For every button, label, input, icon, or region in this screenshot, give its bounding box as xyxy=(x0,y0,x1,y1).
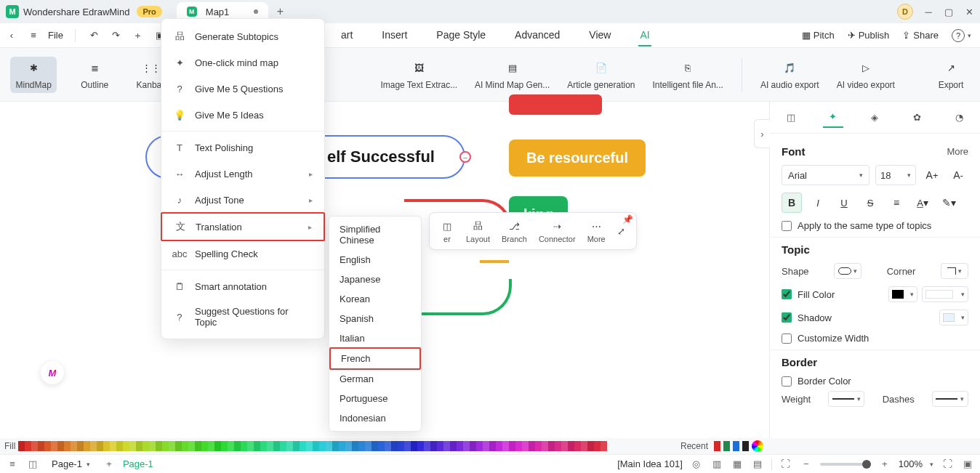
mindmap-node-orange[interactable]: Be resourceful xyxy=(509,140,646,177)
palette-color[interactable] xyxy=(293,441,300,451)
palette-color[interactable] xyxy=(443,441,450,451)
ribbon-ai-audio[interactable]: 🎵AI audio export xyxy=(761,60,819,90)
fill-color-swatch[interactable]: ▾ xyxy=(888,286,917,302)
font-decrease-button[interactable]: A- xyxy=(948,165,968,185)
recent-color[interactable] xyxy=(714,441,720,451)
publish-button[interactable]: ✈Publish xyxy=(848,30,890,41)
palette-color[interactable] xyxy=(188,441,195,451)
ctx-adjust-length[interactable]: ↔Adjust Length▸ xyxy=(161,161,324,187)
palette-color[interactable] xyxy=(123,441,129,451)
ctx-text-polishing[interactable]: TText Polishing xyxy=(161,134,324,161)
ribbon-ai-mindmap[interactable]: ▤AI Mind Map Gen... xyxy=(475,60,549,90)
palette-color[interactable] xyxy=(84,441,90,451)
palette-color[interactable] xyxy=(195,441,201,451)
palette-color[interactable] xyxy=(326,441,332,451)
toolbar-branch[interactable]: ⎇Branch xyxy=(497,217,531,245)
palette-color[interactable] xyxy=(234,441,241,451)
toolbar-more[interactable]: ⋯More xyxy=(583,217,610,245)
corner-select[interactable]: ▾ xyxy=(941,263,968,279)
minimize-button[interactable]: ─ xyxy=(923,7,933,17)
palette-color[interactable] xyxy=(561,441,568,451)
palette-color[interactable] xyxy=(568,441,574,451)
palette-color[interactable] xyxy=(201,441,208,451)
palette-color[interactable] xyxy=(404,441,411,451)
lang-korean[interactable]: Korean xyxy=(329,289,421,309)
ribbon-outline[interactable]: ≣Outline xyxy=(76,60,113,90)
palette-color[interactable] xyxy=(345,441,352,451)
outline-view-icon[interactable]: ≡ xyxy=(6,458,19,471)
highlight-button[interactable]: ✎▾ xyxy=(939,193,959,213)
layers-icon[interactable]: ▤ xyxy=(751,458,764,471)
palette-color[interactable] xyxy=(463,441,470,451)
shadow-checkbox[interactable]: Shadow xyxy=(782,312,832,323)
toolbar-layout[interactable]: 品Layout xyxy=(462,217,494,245)
palette-color[interactable] xyxy=(136,441,142,451)
toolbar-connector[interactable]: ⇢Connector xyxy=(534,217,580,245)
palette-color[interactable] xyxy=(542,441,548,451)
palette-color[interactable] xyxy=(90,441,97,451)
palette-color[interactable] xyxy=(18,441,25,451)
lang-japanese[interactable]: Japanese xyxy=(329,270,421,289)
grid-icon[interactable]: ▦ xyxy=(731,458,744,471)
node-handle-icon[interactable]: – xyxy=(459,151,471,163)
lang-english[interactable]: English xyxy=(329,250,421,270)
edraw-logo-icon[interactable]: M xyxy=(41,361,64,384)
palette-color[interactable] xyxy=(214,441,221,451)
panel-tab-history[interactable]: ◔ xyxy=(949,108,969,128)
undo-icon[interactable]: ↶ xyxy=(87,28,102,43)
lang-simplified-chinese[interactable]: Simplified Chinese xyxy=(329,219,421,250)
palette-color[interactable] xyxy=(286,441,293,451)
palette-color[interactable] xyxy=(31,441,38,451)
palette-color[interactable] xyxy=(365,441,371,451)
palette-color[interactable] xyxy=(601,441,607,451)
border-color-checkbox[interactable]: Border Color xyxy=(782,376,968,387)
palette-color[interactable] xyxy=(110,441,116,451)
font-more-button[interactable]: More xyxy=(947,146,968,157)
palette-color[interactable] xyxy=(352,441,358,451)
ribbon-article[interactable]: 📄Article generation xyxy=(568,60,634,90)
palette-color[interactable] xyxy=(149,441,156,451)
palette-color[interactable] xyxy=(574,441,581,451)
palette-color[interactable] xyxy=(64,441,71,451)
fit-width-icon[interactable]: ⛶ xyxy=(779,458,792,471)
palette-color[interactable] xyxy=(71,441,77,451)
weight-select[interactable]: ▾ xyxy=(828,391,864,407)
toolbar-er[interactable]: ◫er xyxy=(435,217,459,245)
palette-color[interactable] xyxy=(483,441,489,451)
palette-color[interactable] xyxy=(424,441,430,451)
palette-color[interactable] xyxy=(247,441,254,451)
tab-advanced[interactable]: Advanced xyxy=(513,25,561,47)
lang-spanish[interactable]: Spanish xyxy=(329,309,421,328)
dashes-select[interactable]: ▾ xyxy=(932,391,968,407)
panel-collapse-button[interactable]: › xyxy=(754,119,770,148)
tab-start[interactable]: art xyxy=(340,25,354,47)
palette-color[interactable] xyxy=(581,441,587,451)
tab-insert[interactable]: Insert xyxy=(380,25,409,47)
palette-color[interactable] xyxy=(129,441,136,451)
ctx-adjust-tone[interactable]: ♪Adjust Tone▸ xyxy=(161,187,324,213)
palette-color[interactable] xyxy=(332,441,339,451)
palette-color[interactable] xyxy=(437,441,443,451)
lang-portuguese[interactable]: Portuguese xyxy=(329,389,421,408)
ctx-translation[interactable]: 文Translation▸ xyxy=(161,212,325,241)
toolbar-expand[interactable]: ⤢ xyxy=(613,224,630,238)
present-icon[interactable]: ▣ xyxy=(961,458,974,471)
ctx-one-click-mindmap[interactable]: ✦One-click mind map xyxy=(161,49,324,76)
palette-color[interactable] xyxy=(457,441,463,451)
pitch-button[interactable]: ▦Pitch xyxy=(802,30,835,41)
palette-color[interactable] xyxy=(38,441,44,451)
redo-icon[interactable]: ↷ xyxy=(109,28,124,43)
palette-color[interactable] xyxy=(162,441,169,451)
split-view-icon[interactable]: ◫ xyxy=(26,458,39,471)
add-tab-button[interactable]: + xyxy=(273,4,287,19)
palette-color[interactable] xyxy=(97,441,103,451)
ribbon-image-text[interactable]: 🖼Image Text Extrac... xyxy=(382,60,457,90)
ribbon-intelligent[interactable]: ⎘Intelligent file An... xyxy=(654,60,723,90)
lang-indonesian[interactable]: Indonesian xyxy=(329,408,421,428)
shape-select[interactable]: ▾ xyxy=(834,263,861,279)
lang-german[interactable]: German xyxy=(329,369,421,389)
target-icon[interactable]: ◎ xyxy=(690,458,703,471)
zoom-out-button[interactable]: − xyxy=(800,458,813,471)
font-color-button[interactable]: A▾ xyxy=(912,193,933,213)
palette-color[interactable] xyxy=(378,441,385,451)
